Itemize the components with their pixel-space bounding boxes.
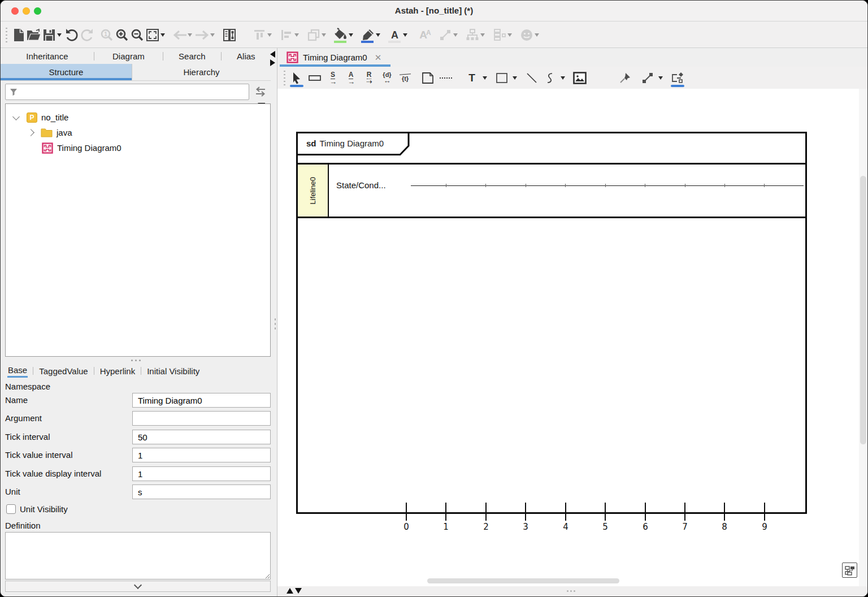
detail-layout-caret[interactable] (507, 33, 512, 37)
text-tool-caret[interactable] (483, 76, 487, 80)
diagram-canvas[interactable]: sdTiming Diagram0 Lifeline0 State/Cond..… (277, 89, 867, 586)
line-style-button[interactable] (437, 27, 453, 44)
text-tool-button[interactable]: T (464, 70, 480, 86)
undo-button[interactable] (64, 27, 79, 44)
tree-filter-input[interactable] (5, 84, 249, 100)
pin-tool-button[interactable] (617, 70, 633, 86)
vertical-scrollbar[interactable] (859, 89, 867, 586)
horizontal-align-button[interactable] (279, 27, 294, 44)
tick-value-display-interval-input[interactable] (132, 466, 271, 481)
tree-layout-caret[interactable] (480, 33, 485, 37)
save-button[interactable] (41, 27, 57, 44)
detail-layout-button[interactable] (492, 27, 507, 44)
time-constraint-tool-button[interactable]: {t} (397, 70, 413, 86)
lifeline-row[interactable]: Lifeline0 State/Cond... (298, 163, 805, 218)
fill-color-caret[interactable] (349, 33, 353, 37)
tab-alias[interactable]: Alias (222, 51, 271, 61)
line-style-caret[interactable] (453, 33, 458, 37)
unit-input[interactable] (132, 484, 271, 499)
sync-tree-button[interactable] (253, 84, 268, 99)
statusbar-drag-handle[interactable] (567, 590, 575, 592)
vertical-splitter-handle[interactable] (274, 317, 277, 331)
fill-color-button[interactable] (333, 27, 348, 44)
image-tool-button[interactable] (572, 70, 588, 86)
zoom-reset-button[interactable]: 1 (99, 27, 114, 44)
unit-visibility-checkbox[interactable] (6, 504, 16, 514)
tree-layout-button[interactable] (465, 27, 480, 44)
horizontal-align-caret[interactable] (294, 33, 299, 37)
redo-button[interactable] (79, 27, 94, 44)
lifeline-header-cell[interactable]: Lifeline0 (298, 165, 329, 217)
expand-right-icon[interactable] (270, 59, 275, 66)
zoom-out-button[interactable] (129, 27, 145, 44)
connector-tool-button[interactable] (640, 70, 656, 86)
close-tab-icon[interactable]: ✕ (375, 53, 382, 63)
drawbar-drag-handle[interactable] (283, 71, 286, 85)
fit-view-button[interactable] (145, 27, 160, 44)
font-size-button[interactable]: AA (418, 27, 433, 44)
name-input[interactable] (132, 393, 271, 408)
horizontal-scrollbar-thumb[interactable] (427, 578, 619, 583)
font-color-button[interactable]: A (387, 27, 402, 44)
new-file-button[interactable] (11, 27, 26, 44)
tab-initial-visibility[interactable]: Initial Visibility (146, 365, 200, 377)
save-dropdown-caret[interactable] (57, 33, 62, 37)
emoticon-caret[interactable] (535, 33, 539, 37)
chevron-down-icon[interactable] (12, 113, 20, 120)
timing-diagram-frame[interactable]: sdTiming Diagram0 Lifeline0 State/Cond..… (296, 132, 807, 514)
toolbar-drag-handle[interactable] (5, 28, 8, 42)
collapse-panel-down-button[interactable] (295, 588, 302, 594)
connector-tool-caret[interactable] (658, 76, 663, 80)
duration-constraint-tool-button[interactable]: {d}↔ (379, 70, 395, 86)
panel-splitter-handle[interactable] (1, 357, 271, 364)
reply-message-tool-button[interactable]: R⇢ (361, 70, 377, 86)
vertical-align-button[interactable] (251, 27, 267, 44)
layout-panels-button[interactable] (222, 27, 237, 44)
curve-tool-button[interactable] (542, 70, 558, 86)
tree-item-project[interactable]: P no_title (6, 110, 270, 125)
vertical-scrollbar-thumb[interactable] (860, 176, 866, 444)
line-color-button[interactable] (360, 27, 375, 44)
expand-panel-up-button[interactable] (287, 588, 293, 594)
sync-message-tool-button[interactable]: S→ (325, 70, 341, 86)
tick-interval-input[interactable] (132, 430, 271, 444)
state-timeline[interactable] (411, 185, 804, 186)
tree-item-java[interactable]: java (6, 125, 270, 140)
back-button[interactable] (172, 27, 187, 44)
tab-hyperlink[interactable]: Hyperlink (99, 365, 136, 377)
chevron-right-icon[interactable] (27, 129, 34, 136)
forward-caret[interactable] (210, 33, 215, 37)
line-tool-button[interactable] (524, 70, 540, 86)
tab-diagram[interactable]: Diagram (94, 51, 163, 61)
state-condition-label[interactable]: State/Cond... (336, 180, 386, 191)
collapse-panel-button[interactable] (5, 581, 271, 592)
diagram-overview-button[interactable] (842, 563, 857, 578)
tab-hierarchy[interactable]: Hierarchy (132, 64, 271, 80)
tab-taggedvalue[interactable]: TaggedValue (38, 365, 88, 377)
layer-order-button[interactable] (306, 27, 321, 44)
open-file-button[interactable] (26, 27, 41, 44)
font-color-caret[interactable] (403, 33, 407, 37)
vertical-align-caret[interactable] (267, 33, 272, 37)
alignment-guide-tool-button[interactable] (670, 70, 685, 86)
lifeline-tool-button[interactable] (307, 70, 323, 86)
rect-tool-caret[interactable] (513, 76, 517, 80)
tick-value-interval-input[interactable] (132, 448, 271, 462)
back-caret[interactable] (188, 33, 192, 37)
tab-structure[interactable]: Structure (1, 64, 132, 80)
tab-inheritance[interactable]: Inheritance (1, 51, 94, 61)
definition-textarea[interactable] (5, 532, 271, 579)
emoticon-button[interactable] (519, 27, 534, 44)
note-tool-button[interactable] (420, 70, 436, 86)
curve-tool-caret[interactable] (561, 76, 565, 80)
tab-base[interactable]: Base (7, 364, 28, 378)
argument-input[interactable] (132, 411, 271, 426)
collapse-left-icon[interactable] (270, 51, 275, 58)
forward-button[interactable] (194, 27, 210, 44)
line-color-caret[interactable] (376, 33, 380, 37)
tree-item-timing-diagram[interactable]: Timing Diagram0 (6, 140, 270, 155)
tab-search[interactable]: Search (163, 51, 221, 61)
note-anchor-tool-button[interactable] (438, 70, 454, 86)
fit-view-caret[interactable] (160, 33, 165, 37)
layer-order-caret[interactable] (322, 33, 326, 37)
